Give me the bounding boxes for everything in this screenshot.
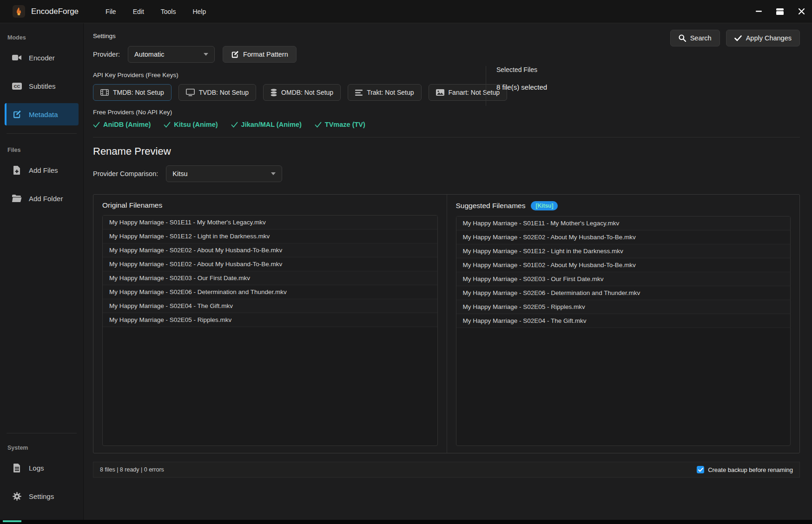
- original-filenames-header: Original Filenames: [102, 201, 162, 210]
- menu-help[interactable]: Help: [186, 5, 212, 18]
- check-icon: [315, 122, 322, 128]
- original-file-row[interactable]: My Happy Marriage - S01E12 - Light in th…: [103, 229, 437, 243]
- suggested-file-row[interactable]: My Happy Marriage - S02E05 - Ripples.mkv: [456, 300, 791, 314]
- selected-files-label: Selected Files: [496, 66, 547, 73]
- edit-icon: [12, 110, 22, 119]
- app-title: EncodeForge: [31, 7, 79, 16]
- original-file-row[interactable]: My Happy Marriage - S01E02 - About My Hu…: [103, 257, 437, 271]
- app-logo: [13, 5, 25, 18]
- title-bar: EncodeForge File Edit Tools Help: [0, 0, 812, 23]
- maximize-icon: [776, 8, 784, 15]
- status-bar: 8 files | 8 ready | 0 errors Create back…: [93, 462, 800, 478]
- sidebar-item-add-files[interactable]: Add Files: [5, 159, 79, 181]
- menu-file[interactable]: File: [99, 5, 123, 18]
- search-button-label: Search: [690, 34, 712, 42]
- close-icon: [799, 8, 805, 14]
- chevron-down-icon: [204, 53, 208, 56]
- sidebar-item-metadata[interactable]: Metadata: [5, 103, 79, 125]
- maximize-button[interactable]: [769, 0, 791, 23]
- sidebar-item-subtitles[interactable]: CC Subtitles: [5, 75, 79, 97]
- sidebar-item-encoder[interactable]: Encoder: [5, 46, 79, 69]
- suggested-file-row[interactable]: My Happy Marriage - S02E03 - Our First D…: [456, 272, 791, 286]
- suggested-filenames-list[interactable]: My Happy Marriage - S01E11 - My Mother's…: [456, 216, 791, 446]
- apply-changes-label: Apply Changes: [746, 34, 792, 42]
- free-providers-list: AniDB (Anime) Kitsu (Anime) Jikan/MAL (A…: [93, 121, 800, 128]
- original-file-row[interactable]: My Happy Marriage - S02E06 - Determinati…: [103, 285, 437, 299]
- cc-icon: CC: [12, 83, 22, 90]
- format-pattern-label: Format Pattern: [243, 51, 288, 58]
- menu-tools[interactable]: Tools: [154, 5, 183, 18]
- original-file-row[interactable]: My Happy Marriage - S02E03 - Our First D…: [103, 271, 437, 285]
- minimize-button[interactable]: [748, 0, 769, 23]
- original-file-row[interactable]: My Happy Marriage - S02E05 - Ripples.mkv: [103, 313, 437, 327]
- tmdb-provider-label: TMDB: Not Setup: [113, 89, 164, 96]
- suggested-filenames-header: Suggested Filenames: [456, 202, 526, 210]
- document-icon: [12, 464, 22, 472]
- trakt-provider-label: Trakt: Not Setup: [367, 89, 414, 96]
- tv-icon: [186, 89, 195, 96]
- sidebar-item-add-folder[interactable]: Add Folder: [5, 187, 79, 210]
- bottom-edge: [0, 520, 812, 524]
- sidebar-item-label: Encoder: [29, 54, 55, 62]
- menu-edit[interactable]: Edit: [126, 5, 151, 18]
- original-filenames-list[interactable]: My Happy Marriage - S01E11 - My Mother's…: [102, 215, 438, 446]
- omdb-provider-label: OMDB: Not Setup: [281, 89, 333, 96]
- omdb-provider-button[interactable]: OMDB: Not Setup: [263, 84, 341, 101]
- tvdb-provider-button[interactable]: TVDB: Not Setup: [178, 84, 256, 101]
- original-file-row[interactable]: My Happy Marriage - S02E04 - The Gift.mk…: [103, 299, 437, 313]
- sidebar-item-label: Subtitles: [29, 82, 56, 90]
- menu-bar: File Edit Tools Help: [99, 5, 212, 18]
- api-providers-label: API Key Providers (Free Keys): [93, 72, 800, 79]
- sidebar-item-label: Logs: [29, 464, 44, 472]
- check-icon: [231, 122, 238, 128]
- provider-select[interactable]: Automatic: [128, 46, 215, 63]
- sidebar-item-logs[interactable]: Logs: [5, 457, 79, 479]
- trakt-provider-button[interactable]: Trakt: Not Setup: [348, 84, 421, 101]
- rename-preview-container: Original Filenames My Happy Marriage - S…: [93, 194, 800, 453]
- suggested-file-row[interactable]: My Happy Marriage - S01E12 - Light in th…: [456, 244, 791, 258]
- sidebar-item-settings[interactable]: Settings: [5, 485, 79, 507]
- image-icon: [436, 89, 444, 96]
- free-provider-kitsu: Kitsu (Anime): [164, 121, 218, 128]
- provider-comparison-value: Kitsu: [172, 170, 187, 177]
- tvdb-provider-label: TVDB: Not Setup: [199, 89, 249, 96]
- original-file-row[interactable]: My Happy Marriage - S01E11 - My Mother's…: [103, 216, 437, 229]
- provider-badge: [Kitsu]: [531, 201, 558, 210]
- provider-comparison-label: Provider Comparison:: [93, 170, 158, 177]
- free-provider-tvmaze: TVmaze (TV): [315, 121, 365, 128]
- search-icon: [679, 34, 686, 42]
- selected-files-panel: Selected Files 8 file(s) selected: [486, 66, 547, 106]
- check-icon: [93, 122, 100, 128]
- close-button[interactable]: [791, 0, 812, 23]
- suggested-file-row[interactable]: My Happy Marriage - S02E02 - About My Hu…: [456, 230, 791, 244]
- sidebar-divider: [7, 433, 77, 433]
- free-provider-anidb: AniDB (Anime): [93, 121, 151, 128]
- tmdb-provider-button[interactable]: TMDB: Not Setup: [93, 84, 172, 101]
- film-icon: [100, 89, 109, 96]
- suggested-filenames-pane: Suggested Filenames [Kitsu] My Happy Mar…: [447, 195, 800, 453]
- app-window: EncodeForge File Edit Tools Help: [0, 0, 812, 520]
- suggested-file-row[interactable]: My Happy Marriage - S02E04 - The Gift.mk…: [456, 314, 791, 328]
- folder-icon: [12, 195, 22, 202]
- format-pattern-button[interactable]: Format Pattern: [223, 46, 297, 63]
- original-file-row[interactable]: My Happy Marriage - S02E02 - About My Hu…: [103, 243, 437, 257]
- original-filenames-pane: Original Filenames My Happy Marriage - S…: [93, 195, 447, 453]
- search-button[interactable]: Search: [670, 30, 720, 46]
- sidebar-divider: [7, 133, 77, 134]
- suggested-file-row[interactable]: My Happy Marriage - S02E06 - Determinati…: [456, 286, 791, 300]
- suggested-file-row[interactable]: My Happy Marriage - S01E02 - About My Hu…: [456, 258, 791, 272]
- list-icon: [355, 90, 363, 96]
- rename-preview-title: Rename Preview: [93, 145, 800, 157]
- sidebar: Modes Encoder CC Subtitles: [0, 23, 84, 520]
- backup-checkbox[interactable]: [697, 466, 704, 473]
- suggested-file-row[interactable]: My Happy Marriage - S01E11 - My Mother's…: [456, 216, 791, 230]
- teal-accent-bar: [3, 520, 21, 522]
- provider-comparison-select[interactable]: Kitsu: [166, 165, 282, 182]
- sidebar-section-files: Files: [7, 147, 76, 153]
- apply-changes-button[interactable]: Apply Changes: [726, 30, 800, 46]
- section-divider: [93, 137, 800, 138]
- sidebar-item-label: Metadata: [29, 111, 58, 118]
- backup-checkbox-label: Create backup before renaming: [708, 466, 793, 473]
- sidebar-item-label: Settings: [29, 492, 54, 500]
- check-icon: [734, 35, 742, 41]
